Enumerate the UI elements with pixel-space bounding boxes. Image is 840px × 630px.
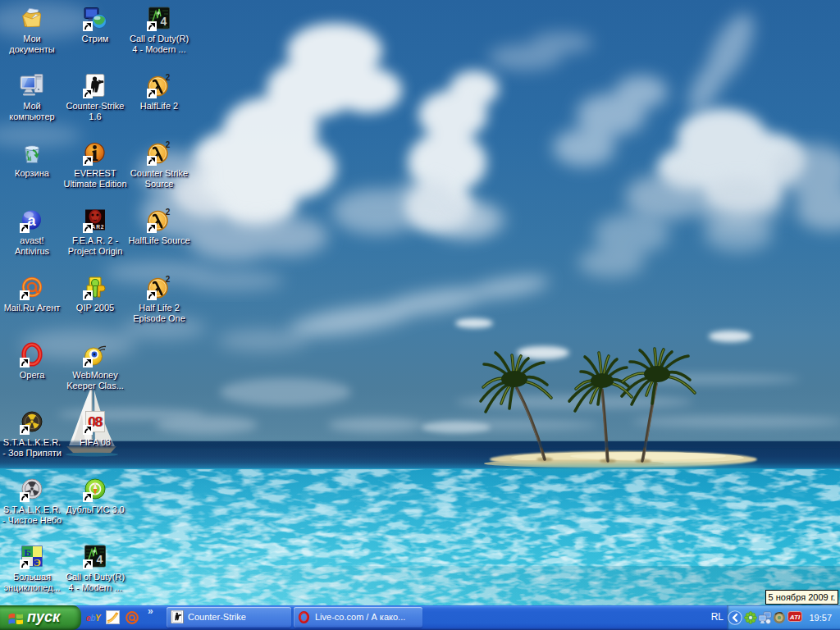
svg-text:Y: Y [95,614,102,623]
svg-text:ATI: ATI [789,614,801,621]
